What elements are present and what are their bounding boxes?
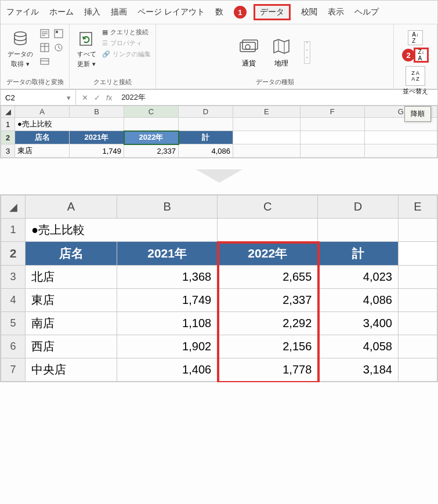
queries-connections-button[interactable]: ▦ クエリと接続 [102,28,151,37]
name-box[interactable]: C2 ▾ [1,90,76,105]
cell-title[interactable]: ●売上比較 [15,118,124,131]
from-table-icon[interactable] [39,42,50,53]
svg-point-9 [245,45,250,49]
currency-type-button[interactable]: 通貨 [239,37,259,68]
row2-header-1[interactable]: 1 [1,219,26,242]
cell2-3-name[interactable]: 北店 [26,266,117,289]
menu-draw[interactable]: 描画 [111,7,127,17]
col2-C[interactable]: C [218,195,318,219]
cell2-5-2022[interactable]: 2,292 [218,312,318,335]
cell2-7-name[interactable]: 中央店 [26,358,117,382]
currency-icon [239,37,259,56]
formula-value[interactable]: 2022年 [121,92,146,103]
hdr2-2022[interactable]: 2022年 [218,242,318,266]
get-data-button[interactable]: データの 取得 ▾ [5,28,35,70]
col2-E[interactable]: E [398,195,437,219]
cell2-4-2021[interactable]: 1,749 [117,289,218,312]
row2-header-6[interactable]: 6 [1,335,26,358]
scroll-down-icon[interactable]: ˇ [305,49,310,56]
cell-r3-name[interactable]: 東店 [15,144,70,158]
fx-icon[interactable]: fx [106,93,112,102]
sort-az-icon: A↓Z [412,31,419,44]
cell2-3-2022[interactable]: 2,655 [218,266,318,289]
col-header-A[interactable]: A [15,106,70,118]
scroll-up-icon[interactable]: ˆ [305,42,310,48]
cell2-7-total[interactable]: 3,184 [318,358,399,382]
refresh-all-button[interactable]: すべて 更新 ▾ [74,28,99,70]
cell2-4-total[interactable]: 4,086 [318,289,399,312]
menu-help[interactable]: ヘルプ [354,7,379,17]
row2-header-5[interactable]: 5 [1,312,26,335]
row2-header-4[interactable]: 4 [1,289,26,312]
name-box-dropdown-icon[interactable]: ▾ [67,93,71,102]
hdr2-2021[interactable]: 2021年 [117,242,218,266]
hdr-2022[interactable]: 2022年 [124,131,179,144]
cell-r3-2021[interactable]: 1,749 [70,144,124,158]
cell2-3-total[interactable]: 4,023 [318,266,399,289]
cell-r3-2022[interactable]: 2,337 [124,144,179,158]
cell2-6-total[interactable]: 4,058 [318,335,399,358]
edit-links-button[interactable]: 🔗 リンクの編集 [102,50,151,59]
get-data-small-buttons [39,28,64,67]
cell2-title[interactable]: ●売上比較 [26,219,218,242]
cell2-7-2021[interactable]: 1,406 [117,358,218,382]
hdr2-name[interactable]: 店名 [26,242,117,266]
menu-file[interactable]: ファイル [6,7,39,17]
menu-home[interactable]: ホーム [49,7,74,17]
col-header-C[interactable]: C [124,106,179,118]
col-header-E[interactable]: E [233,106,301,118]
menu-insert[interactable]: 挿入 [84,7,100,17]
cell-r3-total[interactable]: 4,086 [179,144,233,158]
cell2-4-2022[interactable]: 2,337 [218,289,318,312]
hdr-name[interactable]: 店名 [15,131,70,144]
select-all-corner-2[interactable]: ◢ [1,195,26,219]
row2-header-2[interactable]: 2 [1,242,26,266]
col-header-D[interactable]: D [179,106,233,118]
col-header-F[interactable]: F [300,106,364,118]
select-all-corner[interactable]: ◢ [1,106,15,118]
sort-ascending-button[interactable]: A↓Z [408,30,423,45]
properties-button[interactable]: ☰ プロパティ [102,39,151,48]
menu-view[interactable]: 表示 [328,7,344,17]
col-header-B[interactable]: B [70,106,124,118]
hdr2-total[interactable]: 計 [318,242,399,266]
menu-data[interactable]: データ [254,4,291,20]
row2-header-7[interactable]: 7 [1,358,26,382]
cell2-3-2021[interactable]: 1,368 [117,266,218,289]
cell2-5-2021[interactable]: 1,108 [117,312,218,335]
cell2-6-2022[interactable]: 2,156 [218,335,318,358]
col2-B[interactable]: B [117,195,218,219]
menu-page-layout[interactable]: ページ レイアウト [137,7,205,17]
hdr-2021[interactable]: 2021年 [70,131,124,144]
row-header-1[interactable]: 1 [1,118,15,131]
sort-dialog-button[interactable]: Z AA Z [406,66,425,86]
recent-sources-icon[interactable] [53,42,64,53]
row-header-2[interactable]: 2 [1,131,15,144]
properties-label: プロパティ [110,39,142,48]
cell2-5-total[interactable]: 3,400 [318,312,399,335]
row2-header-3[interactable]: 3 [1,266,26,289]
cancel-icon[interactable]: ✕ [82,93,88,102]
cell2-6-2021[interactable]: 1,902 [117,335,218,358]
cell2-4-name[interactable]: 東店 [26,289,117,312]
scroll-more-icon[interactable]: ˇ [305,57,310,63]
hdr-total[interactable]: 計 [179,131,233,144]
menu-formulas-partial[interactable]: 数 [215,7,223,17]
enter-icon[interactable]: ✓ [94,93,100,102]
col2-A[interactable]: A [26,195,117,219]
from-text-icon[interactable] [39,28,50,39]
geography-label: 地理 [274,59,288,68]
cell2-6-name[interactable]: 西店 [26,335,117,358]
row-header-3[interactable]: 3 [1,144,15,158]
worksheet-after[interactable]: ◢ A B C D E 1 ●売上比較 2 店名 2021年 2022年 計 3… [1,195,437,382]
existing-connections-icon[interactable] [39,56,50,67]
worksheet-before[interactable]: ◢ A B C D E F G 1 ●売上比較 2 店名 2021年 2022年… [1,106,437,158]
col2-D[interactable]: D [318,195,399,219]
from-web-icon[interactable] [53,28,64,39]
data-types-scroll[interactable]: ˆ ˇ ˇ [304,41,310,64]
menu-review[interactable]: 校閲 [301,7,317,17]
cell2-7-2022[interactable]: 1,778 [218,358,318,382]
geography-type-button[interactable]: 地理 [272,37,291,68]
sort-descending-button[interactable]: Z↓A [414,48,429,63]
cell2-5-name[interactable]: 南店 [26,312,117,335]
